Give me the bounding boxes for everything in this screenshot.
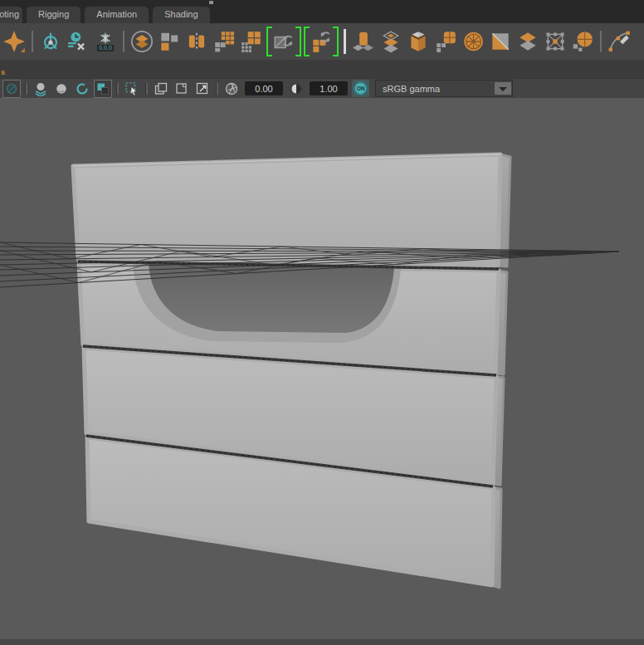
quad-draw-icon[interactable]	[433, 29, 458, 54]
toolbar-separator	[25, 83, 27, 95]
panel-menu-band: s	[0, 60, 644, 78]
shelf-separator	[344, 29, 346, 54]
center-pivot-icon[interactable]	[38, 29, 63, 54]
sphere-wheel-icon[interactable]	[461, 29, 485, 54]
toolbar-separator	[116, 83, 119, 95]
view-transform-select[interactable]: sRGB gamma	[375, 80, 513, 97]
retopologize-icon-active-bracket[interactable]	[266, 29, 301, 54]
tab-shading[interactable]: Shading	[153, 7, 209, 23]
delete-history-icon[interactable]	[66, 29, 90, 54]
tab-label: Animation	[96, 9, 137, 19]
polygon-wall-mesh[interactable]	[73, 154, 510, 588]
viewport-toolbar: 0.001.00ONsRGB gamma	[0, 78, 644, 98]
shelf-separator	[600, 31, 602, 52]
poly-sphere-layers-icon[interactable]	[129, 29, 154, 54]
lighting-toggle-icon[interactable]	[2, 80, 21, 98]
reduce-mesh-icon[interactable]	[239, 29, 264, 54]
shelf-tab-bar: otingRiggingAnimationShading	[0, 0, 644, 23]
textured-mode-icon[interactable]	[94, 80, 112, 98]
remesh-icon[interactable]	[309, 29, 334, 54]
shaded-mode-icon[interactable]	[52, 80, 71, 98]
tab-rigging[interactable]: Rigging	[27, 7, 80, 23]
copy-view-icon[interactable]	[152, 80, 170, 98]
exposure-field[interactable]: 0.00	[245, 81, 283, 95]
tab-label: oting	[0, 9, 19, 19]
clipped-label-fragment: s	[1, 68, 5, 76]
chevron-down-icon[interactable]	[495, 82, 511, 95]
crease-tool-icon[interactable]	[607, 29, 632, 54]
color-management-toggle[interactable]: ON	[352, 80, 369, 97]
lattice-deform-icon[interactable]	[543, 29, 568, 54]
extrude-icon[interactable]	[351, 29, 376, 54]
tab-animation[interactable]: Animation	[85, 7, 149, 23]
window-edge-tick	[209, 1, 213, 4]
view-transform-value: sRGB gamma	[376, 84, 495, 94]
export-view-icon[interactable]	[193, 80, 212, 98]
spherize-icon[interactable]	[570, 29, 595, 54]
viewport-3d[interactable]	[0, 98, 644, 639]
scene-canvas[interactable]	[0, 98, 644, 639]
toolbar-separator	[216, 83, 218, 95]
tab-label: Shading	[164, 9, 198, 19]
open-cube-icon[interactable]	[406, 29, 431, 54]
toolbar-separator	[145, 83, 148, 95]
maya-window: otingRiggingAnimationShading 0,0,0 s 0.0…	[0, 0, 644, 645]
duplicate-view-icon[interactable]	[173, 80, 191, 98]
exposure-icon[interactable]	[222, 80, 241, 98]
viewport-bottom-edge	[0, 639, 644, 645]
wireframe-mode-icon[interactable]	[73, 80, 91, 98]
shelf-toolbar: 0,0,0	[0, 23, 644, 60]
sculpt-tool-icon[interactable]	[2, 29, 27, 54]
remesh-icon-active-bracket[interactable]	[304, 29, 339, 54]
on-badge: ON	[354, 81, 368, 95]
shelf-separator	[32, 31, 33, 52]
contrast-field[interactable]: 1.00	[310, 81, 348, 95]
wireframe-on-shaded-icon[interactable]	[32, 80, 50, 98]
contrast-icon[interactable]	[287, 80, 305, 98]
tab-label: Rigging	[38, 9, 69, 19]
tab-oting[interactable]: oting	[0, 7, 22, 23]
stacked-diamonds-icon[interactable]	[378, 29, 403, 54]
shelf-separator	[123, 31, 124, 52]
freeze-transform-icon[interactable]: 0,0,0	[93, 29, 118, 54]
select-tool-icon[interactable]	[123, 80, 141, 98]
split-faces-icon[interactable]	[488, 29, 513, 54]
stacked-planes-icon[interactable]	[515, 29, 540, 54]
smooth-mesh-icon[interactable]	[212, 29, 237, 54]
mirror-geometry-icon[interactable]	[184, 29, 209, 54]
retopologize-icon[interactable]	[271, 29, 296, 54]
poly-combine-icon[interactable]	[157, 29, 182, 54]
freeze-transform-label: 0,0,0	[97, 45, 114, 51]
